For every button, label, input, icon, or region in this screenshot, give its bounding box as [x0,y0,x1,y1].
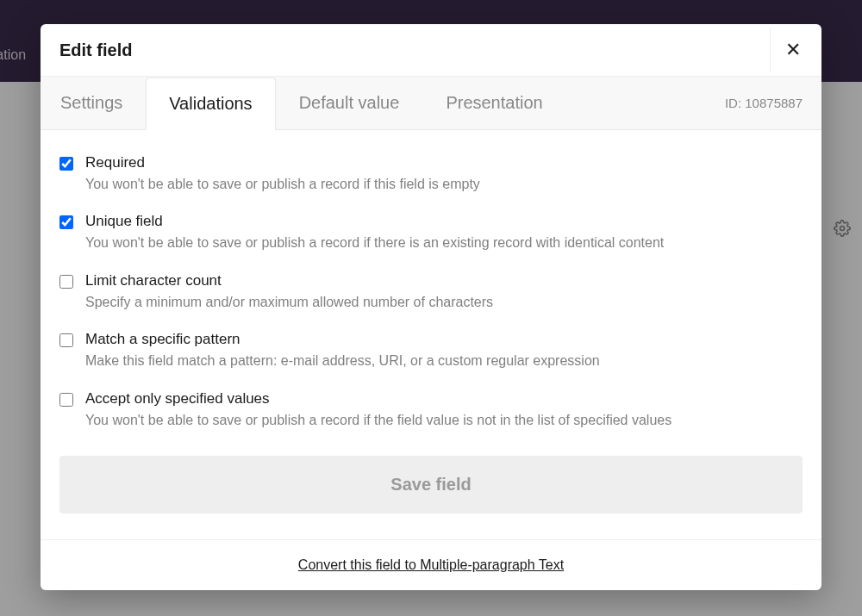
option-content: Unique field You won't be able to save o… [85,213,803,252]
close-icon: ✕ [785,39,801,61]
option-accept-specified-values: Accept only specified values You won't b… [59,390,803,430]
match-pattern-checkbox[interactable] [59,333,73,347]
option-description: Make this field match a pattern: e-mail … [85,352,803,370]
option-limit-character-count: Limit character count Specify a minimum … [59,272,803,312]
tab-presentation[interactable]: Presentation [422,77,565,129]
field-id-label: ID: 10875887 [725,96,803,110]
modal-footer: Convert this field to Multiple-paragraph… [41,539,821,590]
option-description: You won't be able to save or publish a r… [85,233,803,252]
limit-character-count-checkbox[interactable] [59,275,73,289]
tab-bar: Settings Validations Default value Prese… [41,77,821,130]
convert-field-link[interactable]: Convert this field to Multiple-paragraph… [298,557,564,572]
option-unique-field: Unique field You won't be able to save o… [59,213,803,252]
option-description: Specify a minimum and/or maximum allowed… [85,293,803,312]
option-content: Accept only specified values You won't b… [85,390,803,430]
required-checkbox[interactable] [59,157,73,171]
close-button[interactable]: ✕ [770,28,815,72]
edit-field-modal: Edit field ✕ Settings Validations Defaul… [41,24,821,590]
option-description: You won't be able to save or publish a r… [85,175,803,194]
unique-field-checkbox[interactable] [59,215,73,229]
option-description: You won't be able to save or publish a r… [85,411,803,430]
save-field-button[interactable]: Save field [59,456,803,513]
option-content: Match a specific pattern Make this field… [85,331,803,370]
option-match-pattern: Match a specific pattern Make this field… [59,331,803,370]
modal-header: Edit field ✕ [41,24,821,77]
option-title: Required [85,154,803,171]
option-title: Match a specific pattern [85,331,803,348]
tab-default-value[interactable]: Default value [276,77,423,129]
option-title: Limit character count [85,272,803,289]
option-title: Accept only specified values [85,390,803,408]
option-content: Limit character count Specify a minimum … [85,272,803,312]
modal-body: Required You won't be able to save or pu… [41,130,821,539]
tab-validations[interactable]: Validations [146,78,275,130]
option-content: Required You won't be able to save or pu… [85,154,803,194]
option-title: Unique field [85,213,803,230]
modal-title: Edit field [59,40,132,60]
tab-settings[interactable]: Settings [59,77,146,129]
accept-specified-values-checkbox[interactable] [59,393,73,407]
option-required: Required You won't be able to save or pu… [59,154,803,194]
